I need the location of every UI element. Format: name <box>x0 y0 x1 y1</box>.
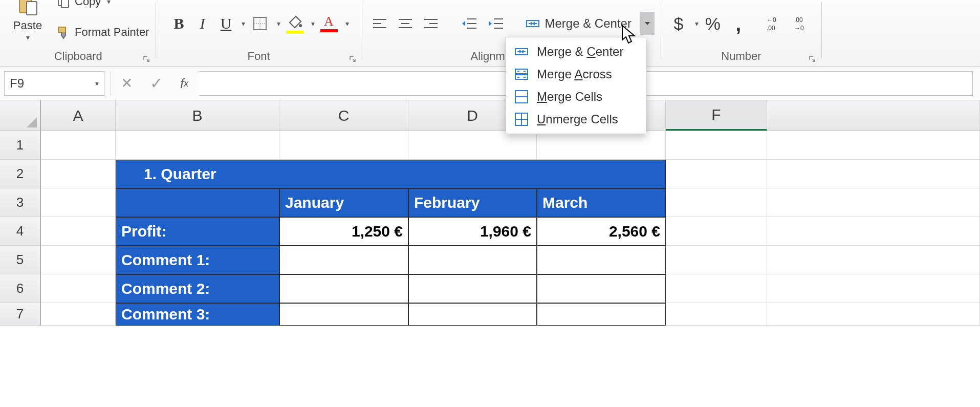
cell[interactable] <box>537 131 666 160</box>
row-header[interactable]: 1 <box>0 131 41 160</box>
cell[interactable] <box>537 303 666 326</box>
align-left-button[interactable] <box>368 15 391 32</box>
cell[interactable] <box>537 246 666 274</box>
number-dialog-launcher[interactable] <box>807 54 817 64</box>
cell[interactable] <box>41 131 116 160</box>
cell[interactable] <box>41 217 116 246</box>
merge-and-center-item[interactable]: Merge & Center <box>506 40 646 63</box>
increase-decimal-button[interactable]: ←0.00 <box>763 12 788 35</box>
table-title-cell[interactable]: 1. Quarter <box>116 160 666 188</box>
chevron-down-icon[interactable]: ▾ <box>695 19 699 28</box>
profit-cell[interactable]: 2,560 € <box>537 217 666 246</box>
insert-function-button[interactable]: fx <box>177 74 192 93</box>
cell[interactable] <box>41 303 116 326</box>
chevron-down-icon: ▾ <box>107 0 111 6</box>
underline-button[interactable]: U <box>216 13 236 34</box>
month-header[interactable]: January <box>279 188 408 217</box>
italic-button[interactable]: I <box>192 13 213 34</box>
merge-center-button[interactable]: Merge & Center <box>521 13 636 34</box>
cell[interactable] <box>666 246 767 274</box>
cell[interactable] <box>767 160 980 188</box>
decrease-decimal-button[interactable]: .00→0 <box>791 12 815 35</box>
increase-indent-button[interactable] <box>484 14 508 33</box>
column-header[interactable]: C <box>279 100 408 131</box>
copy-button[interactable]: Copy ▾ <box>56 0 149 16</box>
cell[interactable] <box>279 303 408 326</box>
cell[interactable] <box>41 246 116 274</box>
paste-split-button[interactable]: Paste ▾ <box>7 0 48 41</box>
select-all-corner[interactable] <box>0 100 41 131</box>
bold-button[interactable]: B <box>169 13 189 34</box>
accounting-format-button[interactable]: $ <box>667 12 690 35</box>
cell[interactable] <box>116 188 279 217</box>
profit-cell[interactable]: 1,960 € <box>408 217 537 246</box>
row-label[interactable]: Comment 1: <box>116 246 279 274</box>
chevron-down-icon[interactable]: ▾ <box>311 19 315 28</box>
row-label[interactable]: Profit: <box>116 217 279 246</box>
align-center-button[interactable] <box>394 15 417 32</box>
month-header[interactable]: February <box>408 188 537 217</box>
cell[interactable] <box>767 274 980 303</box>
column-header[interactable] <box>767 100 980 131</box>
cell[interactable] <box>666 274 767 303</box>
profit-cell[interactable]: 1,250 € <box>279 217 408 246</box>
cell[interactable] <box>279 131 408 160</box>
cell[interactable] <box>41 188 116 217</box>
comma-format-button[interactable]: , <box>727 12 750 35</box>
row-header[interactable]: 3 <box>0 188 41 217</box>
cell[interactable] <box>279 274 408 303</box>
row-label[interactable]: Comment 2: <box>116 274 279 303</box>
row-header[interactable]: 7 <box>0 303 41 326</box>
row-header[interactable]: 5 <box>0 246 41 274</box>
decrease-indent-button[interactable] <box>458 14 481 33</box>
column-header[interactable]: B <box>116 100 279 131</box>
percent-format-button[interactable]: % <box>702 12 724 35</box>
cell[interactable] <box>116 131 279 160</box>
chevron-down-icon[interactable]: ▾ <box>95 79 99 88</box>
cell[interactable] <box>41 160 116 188</box>
format-painter-button[interactable]: Format Painter <box>56 18 149 47</box>
merge-cells-item[interactable]: Merge Cells <box>506 85 646 108</box>
cell[interactable] <box>666 303 767 326</box>
chevron-down-icon[interactable]: ▾ <box>242 19 245 28</box>
cell[interactable] <box>767 303 980 326</box>
font-color-button[interactable]: A <box>318 13 340 34</box>
clipboard-dialog-launcher[interactable] <box>141 54 151 64</box>
cell[interactable] <box>767 188 980 217</box>
borders-button[interactable] <box>248 13 272 34</box>
cell[interactable] <box>41 274 116 303</box>
cell[interactable] <box>408 246 537 274</box>
spreadsheet-grid: A B C D F 1 2 1. Quarter 3 <box>0 100 980 326</box>
column-header-selected[interactable]: F <box>666 100 767 131</box>
cell[interactable] <box>767 217 980 246</box>
row-header[interactable]: 6 <box>0 274 41 303</box>
row-label[interactable]: Comment 3: <box>116 303 279 326</box>
svg-text:→0: →0 <box>794 25 804 32</box>
chevron-down-icon[interactable]: ▾ <box>345 19 349 28</box>
cell[interactable] <box>408 274 537 303</box>
fill-color-button[interactable] <box>284 12 306 35</box>
cell[interactable] <box>408 303 537 326</box>
cell[interactable] <box>279 246 408 274</box>
row-header[interactable]: 4 <box>0 217 41 246</box>
cell[interactable] <box>767 246 980 274</box>
enter-formula-button[interactable]: ✓ <box>146 73 166 94</box>
cell[interactable] <box>666 131 767 160</box>
align-right-button[interactable] <box>420 15 442 32</box>
row-header[interactable]: 2 <box>0 160 41 188</box>
chevron-down-icon[interactable]: ▾ <box>277 19 280 28</box>
cell[interactable] <box>666 160 767 188</box>
cancel-formula-button[interactable]: ✕ <box>117 74 136 93</box>
merge-center-dropdown-button[interactable] <box>640 12 655 35</box>
unmerge-cells-item[interactable]: Unmerge Cells <box>506 108 646 131</box>
cell[interactable] <box>537 274 666 303</box>
cell[interactable] <box>408 131 537 160</box>
name-box[interactable]: F9 ▾ <box>4 71 104 96</box>
column-header[interactable]: A <box>41 100 116 131</box>
font-dialog-launcher[interactable] <box>347 54 358 64</box>
merge-across-item[interactable]: Merge Across <box>506 63 646 85</box>
cell[interactable] <box>767 131 980 160</box>
cell[interactable] <box>666 217 767 246</box>
cell[interactable] <box>666 188 767 217</box>
month-header[interactable]: March <box>537 188 666 217</box>
